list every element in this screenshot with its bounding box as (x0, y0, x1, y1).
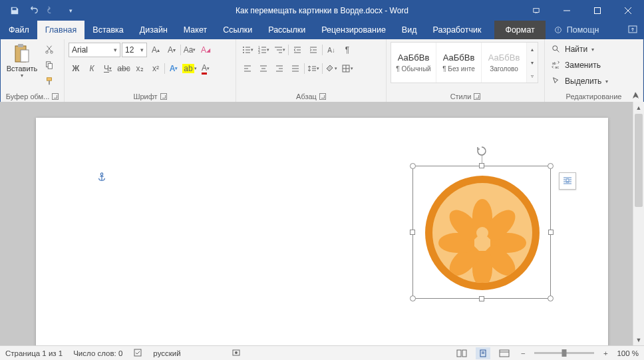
proofing-button[interactable] (133, 348, 142, 359)
zoom-slider-thumb[interactable] (562, 349, 567, 357)
ribbon-options-button[interactable] (521, 1, 552, 21)
tab-mailings[interactable]: Рассылки (260, 21, 313, 39)
font-color-button[interactable]: A▾ (198, 61, 213, 76)
align-right-button[interactable] (272, 61, 287, 76)
format-painter-button[interactable] (42, 74, 57, 89)
clear-format-button[interactable]: A◢ (198, 43, 213, 57)
tab-home[interactable]: Главная (37, 21, 85, 39)
italic-button[interactable]: К (84, 61, 99, 76)
increase-indent-button[interactable] (306, 43, 321, 57)
redo-button[interactable] (43, 2, 61, 19)
layout-options-button[interactable] (559, 172, 576, 190)
tab-format[interactable]: Формат (494, 21, 545, 39)
maximize-button[interactable] (582, 1, 613, 21)
close-button[interactable] (613, 1, 643, 21)
image-selection[interactable] (412, 166, 551, 299)
language-status[interactable]: русский (153, 349, 180, 357)
zoom-level[interactable]: 100 % (617, 349, 639, 357)
styles-more-button[interactable]: ▴▾▿ (527, 43, 538, 83)
tell-me-search[interactable]: Помощн (554, 21, 599, 39)
read-mode-button[interactable] (454, 347, 469, 359)
font-dialog-launcher[interactable] (160, 93, 167, 100)
vertical-scrollbar[interactable]: ▲ ▼ (633, 102, 644, 345)
svg-rect-6 (18, 44, 23, 47)
tab-references[interactable]: Ссылки (215, 21, 260, 39)
scroll-down-button[interactable]: ▼ (633, 334, 644, 345)
word-count[interactable]: Число слов: 0 (73, 349, 122, 357)
scroll-thumb[interactable] (635, 114, 643, 207)
qat-customize-button[interactable]: ▾ (62, 2, 79, 19)
collapse-ribbon-button[interactable]: ⮝ (632, 91, 639, 99)
sort-button[interactable]: A↓ (324, 43, 339, 57)
styles-dialog-launcher[interactable] (474, 93, 480, 100)
tab-insert[interactable]: Вставка (84, 21, 131, 39)
underline-button[interactable]: Ч▾ (100, 61, 115, 76)
replace-button[interactable]: abacЗаменить (549, 58, 611, 73)
find-button[interactable]: Найти▾ (549, 42, 611, 57)
resize-handle-se[interactable] (548, 295, 554, 301)
line-spacing-button[interactable]: ▾ (306, 61, 321, 76)
align-left-button[interactable] (240, 61, 255, 76)
decrease-indent-button[interactable] (290, 43, 305, 57)
copy-button[interactable] (42, 58, 57, 73)
minimize-button[interactable] (552, 1, 582, 21)
shading-button[interactable]: ▾ (324, 61, 339, 76)
page-status[interactable]: Страница 1 из 1 (5, 349, 63, 357)
resize-handle-sw[interactable] (410, 295, 416, 301)
print-layout-button[interactable] (476, 347, 490, 359)
undo-button[interactable] (25, 2, 42, 19)
paragraph-dialog-launcher[interactable] (319, 93, 326, 100)
tab-file[interactable]: Файл (1, 21, 37, 39)
tab-view[interactable]: Вид (394, 21, 425, 39)
style-no-spacing[interactable]: АаБбВв¶ Без инте (436, 43, 482, 83)
style-normal[interactable]: АаБбВв¶ Обычный (391, 43, 436, 83)
rotate-handle[interactable] (476, 145, 488, 160)
tab-layout[interactable]: Макет (176, 21, 215, 39)
superscript-button[interactable]: x² (148, 61, 163, 76)
numbering-button[interactable]: 123▾ (256, 43, 271, 57)
style-heading1[interactable]: АаБбВвЗаголово (482, 43, 527, 83)
select-button[interactable]: Выделить▾ (549, 74, 611, 89)
web-layout-button[interactable] (497, 347, 512, 359)
resize-handle-e[interactable] (548, 230, 554, 235)
document-page[interactable] (36, 118, 608, 345)
tab-review[interactable]: Рецензирование (313, 21, 394, 39)
font-size-combo[interactable]: 12▾ (122, 43, 147, 57)
macro-button[interactable] (232, 348, 241, 359)
zoom-slider[interactable] (534, 352, 594, 354)
resize-handle-nw[interactable] (410, 163, 416, 169)
multilevel-button[interactable]: ▾ (272, 43, 287, 57)
resize-handle-n[interactable] (479, 163, 484, 168)
change-case-button[interactable]: Aa▾ (182, 43, 197, 57)
align-center-button[interactable] (256, 61, 271, 76)
zoom-out-button[interactable]: − (518, 349, 528, 357)
resize-handle-s[interactable] (479, 296, 484, 301)
share-button[interactable] (627, 24, 638, 37)
font-name-combo[interactable]: Arial▾ (69, 43, 120, 57)
scroll-up-button[interactable]: ▲ (633, 102, 644, 113)
shrink-font-button[interactable]: A▾ (164, 43, 179, 57)
tab-design[interactable]: Дизайн (132, 21, 176, 39)
strike-button[interactable]: abc (116, 61, 131, 76)
subscript-button[interactable]: x₂ (132, 61, 147, 76)
document-area[interactable]: ▲ ▼ (0, 102, 644, 345)
resize-handle-w[interactable] (410, 230, 415, 235)
clipboard-dialog-launcher[interactable] (52, 93, 59, 100)
borders-button[interactable]: ▾ (340, 61, 355, 76)
tab-developer[interactable]: Разработчик (424, 21, 489, 39)
bullets-button[interactable]: ▾ (240, 43, 255, 57)
align-justify-button[interactable] (288, 61, 303, 76)
styles-gallery[interactable]: АаБбВв¶ Обычный АаБбВв¶ Без инте АаБбВвЗ… (391, 42, 538, 83)
save-button[interactable] (6, 2, 23, 19)
bold-button[interactable]: Ж (69, 61, 83, 76)
show-marks-button[interactable]: ¶ (340, 43, 355, 57)
inserted-image[interactable] (425, 176, 540, 290)
group-clipboard: Вставить ▾ Буфер обм... (1, 39, 65, 102)
paste-button[interactable]: Вставить ▾ (5, 42, 39, 80)
cut-button[interactable] (42, 42, 57, 57)
zoom-in-button[interactable]: + (601, 349, 610, 357)
grow-font-button[interactable]: A▴ (148, 43, 163, 57)
highlight-button[interactable]: ab▾ (182, 61, 197, 76)
text-effects-button[interactable]: A▾ (166, 61, 181, 76)
resize-handle-ne[interactable] (548, 163, 554, 169)
